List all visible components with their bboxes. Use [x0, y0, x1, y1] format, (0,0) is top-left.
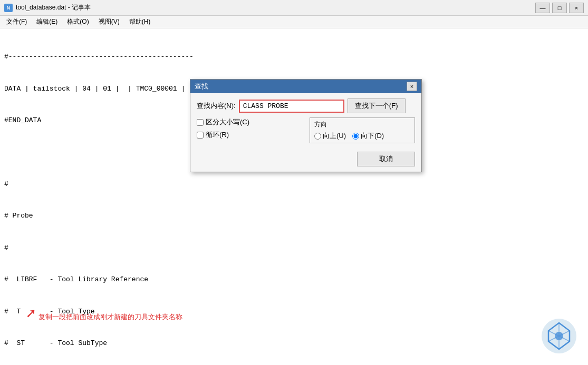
down-label: 向下(D)	[361, 131, 384, 141]
window-controls: — □ ×	[535, 3, 584, 13]
logo	[541, 318, 577, 354]
menu-file[interactable]: 文件(F)	[2, 16, 31, 27]
dialog-title: 查找	[195, 82, 208, 91]
menu-bar: 文件(F) 编辑(E) 格式(O) 视图(V) 帮助(H)	[0, 16, 588, 28]
dialog-close-button[interactable]: ×	[407, 82, 417, 91]
down-radio[interactable]	[352, 133, 359, 140]
direction-options: 向上(U) 向下(D)	[314, 131, 410, 141]
line-8: # LIBRF - Tool Library Reference	[4, 274, 584, 285]
menu-view[interactable]: 视图(V)	[94, 16, 124, 27]
case-sensitive-checkbox[interactable]	[197, 119, 204, 126]
up-option: 向上(U)	[314, 131, 346, 141]
loop-checkbox[interactable]	[197, 132, 204, 139]
title-bar: N tool_database.dat - 记事本 — □ ×	[0, 0, 588, 16]
cancel-button[interactable]: 取消	[357, 152, 415, 166]
menu-help[interactable]: 帮助(H)	[125, 16, 155, 27]
dialog-body: 查找内容(N): 查找下一个(F) 区分大小写(C) 循环(R) 方向	[190, 93, 421, 172]
line-1: #---------------------------------------…	[4, 52, 584, 62]
app-icon: N	[4, 4, 13, 12]
arrow-icon: ➚	[26, 305, 35, 323]
search-label: 查找内容(N):	[197, 101, 236, 111]
maximize-button[interactable]: □	[552, 3, 567, 13]
dialog-title-bar: 查找 ×	[190, 80, 421, 93]
annotation: ➚ 复制一段把前面改成刚才新建的刀具文件夹名称	[26, 305, 182, 323]
svg-point-1	[555, 332, 563, 340]
case-sensitive-row: 区分大小写(C)	[197, 117, 304, 127]
line-7: #	[4, 243, 584, 253]
close-button[interactable]: ×	[569, 3, 584, 13]
window-title: tool_database.dat - 记事本	[16, 3, 535, 12]
line-6: # Probe	[4, 211, 584, 221]
annotation-text: 复制一段把前面改成刚才新建的刀具文件夹名称	[38, 312, 182, 323]
loop-row: 循环(R)	[197, 130, 304, 140]
direction-section: 方向 向上(U) 向下(D)	[310, 117, 415, 143]
line-10: # ST - Tool SubType	[4, 338, 584, 349]
find-next-button[interactable]: 查找下一个(F)	[348, 98, 406, 113]
search-row: 查找内容(N): 查找下一个(F)	[197, 98, 415, 113]
down-option: 向下(D)	[352, 131, 384, 141]
minimize-button[interactable]: —	[535, 3, 550, 13]
direction-label: 方向	[314, 120, 410, 129]
up-radio[interactable]	[314, 133, 321, 140]
loop-label: 循环(R)	[206, 130, 229, 140]
up-label: 向上(U)	[323, 131, 346, 141]
find-dialog: 查找 × 查找内容(N): 查找下一个(F) 区分大小写(C) 循环(R)	[190, 79, 422, 172]
menu-edit[interactable]: 编辑(E)	[32, 16, 62, 27]
line-5: #	[4, 179, 584, 190]
search-input[interactable]	[239, 100, 344, 113]
case-sensitive-label: 区分大小写(C)	[206, 117, 249, 127]
menu-format[interactable]: 格式(O)	[63, 16, 93, 27]
